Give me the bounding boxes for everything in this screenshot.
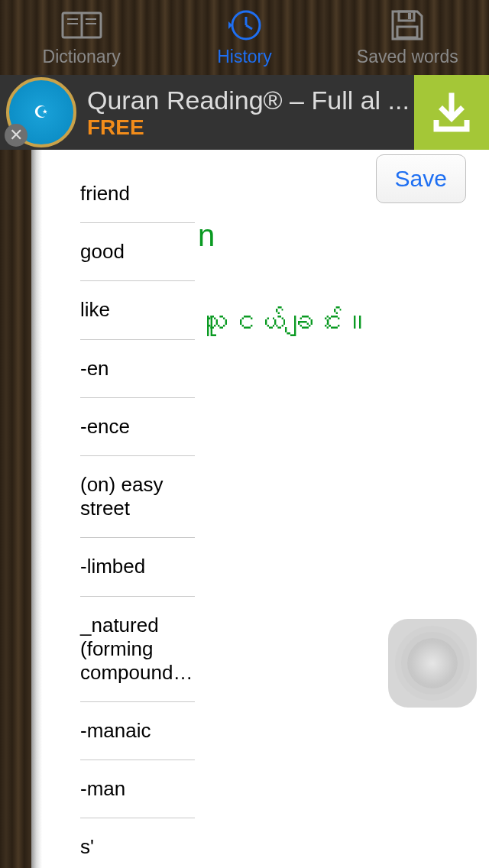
download-icon [429, 89, 474, 135]
list-item[interactable]: like [80, 281, 195, 339]
book-icon [61, 8, 102, 42]
svg-rect-9 [399, 11, 414, 21]
part-of-speech: n [198, 219, 489, 253]
meaning-text: သူငယ်ချင်း။ [198, 306, 489, 339]
content-page: friend good like -en -ence (on) easy str… [42, 150, 489, 868]
tab-saved[interactable]: Saved words [326, 0, 489, 75]
svg-rect-11 [397, 27, 417, 37]
top-tab-bar: Dictionary History Saved words [0, 0, 489, 75]
ad-subtitle: FREE [87, 115, 414, 140]
tab-dictionary-label: Dictionary [43, 47, 121, 67]
definition-panel: Save n သူငယ်ချင်း။ [195, 150, 489, 868]
list-item[interactable]: friend [80, 165, 195, 223]
svg-line-8 [246, 25, 252, 29]
save-disk-icon [387, 8, 428, 42]
svg-rect-10 [408, 13, 411, 19]
list-item[interactable]: -en [80, 340, 195, 398]
save-button[interactable]: Save [376, 154, 466, 203]
ad-title: Quran Reading® – Full al ... [87, 86, 414, 115]
list-item[interactable]: _natured (forming compound… [80, 597, 195, 703]
list-item[interactable]: -manaic [80, 702, 195, 760]
assistive-touch-icon [407, 638, 458, 688]
tab-history-label: History [217, 47, 272, 67]
word-list[interactable]: friend good like -en -ence (on) easy str… [42, 150, 195, 868]
assistive-touch-button[interactable] [388, 619, 477, 708]
tab-saved-label: Saved words [357, 47, 458, 67]
ad-close-button[interactable]: ✕ [5, 124, 28, 147]
ad-banner[interactable]: ☪ ✕ Quran Reading® – Full al ... FREE [0, 75, 489, 150]
history-icon [224, 8, 265, 42]
list-item[interactable]: -ence [80, 398, 195, 456]
list-item[interactable]: s' [80, 818, 195, 868]
list-item[interactable]: (on) easy street [80, 456, 195, 538]
ad-download-button[interactable] [414, 75, 489, 150]
tab-dictionary[interactable]: Dictionary [0, 0, 163, 75]
list-item[interactable]: good [80, 223, 195, 281]
list-item[interactable]: -limbed [80, 538, 195, 596]
tab-history[interactable]: History [163, 0, 325, 75]
list-item[interactable]: -man [80, 760, 195, 818]
